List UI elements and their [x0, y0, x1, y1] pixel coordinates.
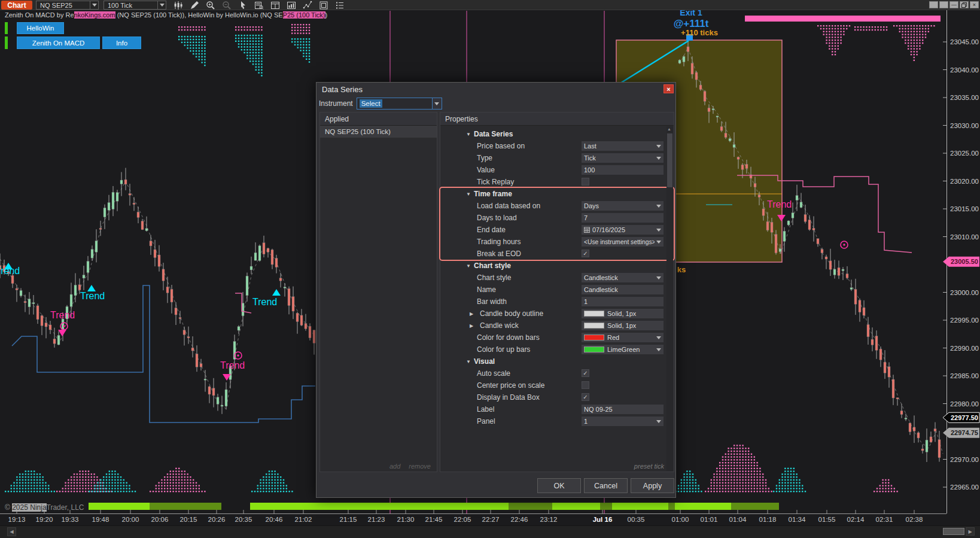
data-box-icon[interactable] [253, 1, 265, 10]
restore-button[interactable] [960, 1, 969, 8]
property-row[interactable]: Tick Replay [440, 176, 674, 188]
property-row[interactable]: Break at EOD✓ [440, 248, 674, 260]
svg-text:22990.00: 22990.00 [950, 345, 979, 352]
instrument-combobox[interactable]: Select [357, 98, 442, 110]
property-row[interactable]: Value100 [440, 164, 674, 176]
property-row[interactable]: Chart styleCandlestick [440, 272, 674, 284]
interval-selector[interactable]: 100 Tick [104, 1, 166, 10]
property-row[interactable]: ▶Candle wickSolid, 1px [440, 320, 674, 332]
title-segment: © [5, 503, 12, 512]
property-row[interactable]: Color for up barsLimeGreen [440, 344, 674, 355]
horizontal-scrollbar[interactable]: ◀ ▶ [0, 525, 980, 538]
instrument-selector[interactable]: NQ SEP25 [36, 1, 99, 10]
collapse-arrow-icon[interactable]: ▼ [466, 359, 471, 364]
color-swatch [584, 311, 604, 317]
property-row[interactable]: LabelNQ 09-25 [440, 403, 674, 415]
group-label: Data Series [474, 130, 513, 138]
collapse-arrow-icon[interactable]: ▼ [466, 263, 471, 269]
property-dropdown[interactable]: Days [582, 201, 664, 211]
property-linestyle[interactable]: Solid, 1px [582, 321, 664, 330]
list-icon[interactable] [334, 1, 346, 10]
remove-link[interactable]: remove [409, 463, 431, 470]
property-row[interactable]: Price based onLast [440, 140, 674, 152]
property-group-header[interactable]: ▼Time frame [440, 188, 674, 200]
property-row[interactable]: End date07/16/2025 [440, 224, 674, 236]
property-row[interactable]: Load data based onDays [440, 200, 674, 212]
property-dropdown[interactable]: Last [582, 141, 664, 151]
polyline-icon[interactable] [302, 1, 314, 10]
property-group-header[interactable]: ▼Chart style [440, 260, 674, 272]
property-input[interactable]: NQ 09-25 [582, 405, 664, 414]
property-input[interactable]: 1 [582, 297, 664, 306]
property-row[interactable]: Display in Data Box✓ [440, 391, 674, 403]
property-row[interactable]: Bar width1 [440, 296, 674, 308]
snapshot-icon[interactable] [318, 1, 330, 10]
apply-button[interactable]: Apply [631, 478, 674, 493]
window-button-blank[interactable] [939, 1, 948, 8]
chart-panel-icon[interactable] [285, 1, 297, 10]
property-value: Last [584, 142, 655, 150]
window-layout-icon[interactable] [269, 1, 281, 10]
cursor-icon[interactable] [237, 1, 249, 10]
collapse-arrow-icon[interactable]: ▼ [466, 132, 471, 137]
property-dropdown[interactable]: Candlestick [582, 273, 664, 282]
trend-up-triangle-icon [87, 285, 96, 291]
property-group-header[interactable]: ▼Data Series [440, 128, 674, 140]
zenith-on-macd-button[interactable]: Zenith On MACD [17, 37, 100, 49]
collapse-arrow-icon[interactable]: ▼ [466, 192, 471, 197]
pencil-icon[interactable] [188, 1, 200, 10]
zoom-in-icon[interactable] [205, 1, 217, 10]
property-dropdown[interactable]: Tick [582, 153, 664, 163]
property-checkbox[interactable] [582, 381, 589, 389]
property-input[interactable]: 7 [582, 213, 664, 223]
property-datedropdown[interactable]: 07/16/2025 [582, 225, 664, 235]
candlestick-chart-icon[interactable] [172, 1, 184, 10]
property-dropdown[interactable]: 1 [582, 417, 664, 426]
property-checkbox[interactable]: ✓ [582, 393, 589, 401]
time-axis[interactable]: 19:1319:2019:3319:4820:0020:0620:1520:26… [0, 510, 946, 523]
property-dropdown[interactable]: <Use instrument settings> [582, 237, 664, 247]
svg-text:23040.00: 23040.00 [950, 66, 979, 74]
property-row[interactable]: Color for down barsRed [440, 332, 674, 344]
window-button-blank[interactable] [929, 1, 938, 8]
add-link[interactable]: add [389, 463, 400, 470]
property-row[interactable]: Auto scale✓ [440, 367, 674, 379]
hellowin-button[interactable]: HelloWin [17, 22, 64, 34]
property-linestyle[interactable]: Solid, 1px [582, 309, 664, 318]
scroll-left-icon[interactable]: ◀ [7, 527, 16, 536]
property-row[interactable]: Panel1 [440, 415, 674, 427]
price-axis[interactable]: 23045.0023040.0023035.0023030.0023025.00… [943, 10, 979, 513]
svg-text:22:05: 22:05 [454, 516, 471, 523]
zoom-out-icon[interactable] [221, 1, 233, 10]
properties-scrollbar[interactable]: ▲ [666, 126, 673, 471]
property-checkbox[interactable]: ✓ [582, 250, 589, 257]
property-checkbox[interactable]: ✓ [582, 369, 589, 377]
property-colordropdown[interactable]: Red [582, 333, 664, 342]
property-checkbox[interactable] [582, 178, 589, 186]
property-input[interactable]: 100 [582, 165, 664, 175]
scrollbar-thumb[interactable] [667, 133, 672, 187]
expand-arrow-icon[interactable]: ▶ [470, 311, 473, 317]
applied-series-item[interactable]: NQ SEP25 (100 Tick) [320, 126, 437, 138]
minimize-button[interactable]: — [949, 1, 958, 8]
svg-text:22974.75: 22974.75 [951, 429, 978, 436]
info-button[interactable]: Info [102, 37, 141, 49]
property-row[interactable]: ▶Candle body outlineSolid, 1px [440, 308, 674, 320]
chart-tab[interactable]: Chart [1, 1, 32, 10]
property-row[interactable]: Days to load7 [440, 212, 674, 224]
property-input[interactable]: Candlestick [582, 285, 664, 294]
close-button[interactable]: × [970, 1, 979, 8]
scroll-right-icon[interactable]: ▶ [966, 527, 975, 536]
ok-button[interactable]: OK [537, 478, 581, 493]
scrollbar-thumb[interactable] [943, 528, 964, 535]
property-row[interactable]: Center price on scale [440, 379, 674, 391]
expand-arrow-icon[interactable]: ▶ [470, 323, 473, 329]
property-row[interactable]: TypeTick [440, 152, 674, 164]
cancel-button[interactable]: Cancel [584, 478, 628, 493]
property-colordropdown[interactable]: LimeGreen [582, 345, 664, 354]
property-row[interactable]: Trading hours<Use instrument settings> [440, 236, 674, 248]
property-group-header[interactable]: ▼Visual [440, 355, 674, 367]
dialog-close-button[interactable]: × [664, 84, 674, 93]
property-row[interactable]: NameCandlestick [440, 284, 674, 296]
preset-link[interactable]: preset tick [634, 463, 664, 470]
